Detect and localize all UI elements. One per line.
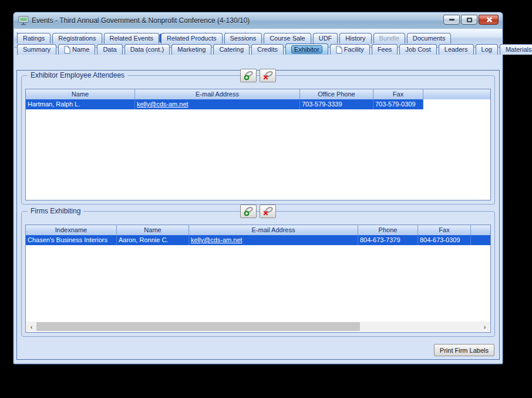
firms-grid-header: Indexname Name E-mail Address Phone Fax — [26, 225, 490, 235]
tab-sessions[interactable]: Sessions — [224, 33, 262, 44]
firms-row-selected[interactable]: Chasen's Business Interiors Aaron, Ronni… — [26, 235, 490, 245]
tab-leaders[interactable]: Leaders — [439, 44, 474, 55]
firms-horizontal-scrollbar[interactable]: ‹ › — [26, 322, 490, 332]
tab-label: Course Sale — [270, 35, 305, 42]
tab-label: Name — [72, 46, 89, 53]
tab-related-events[interactable]: Related Events — [104, 33, 160, 44]
tab-label: Related Events — [110, 35, 154, 42]
attendees-grid: Name E-mail Address Office Phone Fax Har… — [25, 89, 491, 200]
events-window: Events - Third Annual Government & Nonpr… — [13, 12, 503, 364]
minimize-button[interactable] — [443, 15, 460, 25]
tab-summary[interactable]: Summary — [17, 44, 56, 55]
cell-fax: 804-673-0309 — [418, 235, 471, 245]
tab-name[interactable]: Name — [58, 44, 95, 55]
firms-groupbox: Firms Exhibiting — [21, 211, 495, 337]
cell-name: Hartman, Ralph L. — [26, 99, 135, 109]
column-header-name[interactable]: Name — [26, 89, 135, 99]
tab-course-sale[interactable]: Course Sale — [264, 33, 311, 44]
add-link-icon — [243, 206, 254, 216]
tab-job-cost[interactable]: Job Cost — [399, 44, 436, 55]
tab-udf[interactable]: UDF — [313, 33, 338, 44]
remove-link-icon — [262, 71, 274, 81]
tab-documents[interactable]: Documents — [407, 33, 452, 44]
firms-add-link-button[interactable] — [240, 205, 257, 218]
tab-label: Related Products — [167, 35, 216, 42]
tab-log[interactable]: Log — [476, 44, 498, 55]
tab-history[interactable]: History — [339, 33, 371, 44]
column-header-fax[interactable]: Fax — [418, 225, 471, 235]
tab-label: Fees — [378, 46, 392, 53]
tab-marketing[interactable]: Marketing — [171, 44, 211, 55]
cell-fax: 703-579-0309 — [373, 99, 423, 109]
remove-link-icon — [262, 206, 274, 216]
email-link[interactable]: kelly@cds-am.net — [191, 236, 243, 243]
tab-related-products[interactable]: Related Products — [161, 33, 222, 44]
close-icon — [486, 16, 492, 23]
tab-label: Credits — [257, 46, 278, 53]
tab-catering[interactable]: Catering — [213, 44, 250, 55]
tab-facility[interactable]: Facility — [330, 44, 370, 55]
cell-email: kelly@cds-am.net — [135, 99, 300, 109]
column-header-indexname[interactable]: Indexname — [26, 225, 117, 235]
tab-label: Marketing — [177, 46, 206, 53]
attendees-row-selected[interactable]: Hartman, Ralph L. kelly@cds-am.net 703-5… — [26, 99, 423, 109]
scroll-right-arrow[interactable]: › — [480, 322, 490, 332]
attendees-grid-header: Name E-mail Address Office Phone Fax — [26, 89, 490, 99]
tab-registrations[interactable]: Registrations — [52, 33, 102, 44]
cell-office-phone: 703-579-3339 — [300, 99, 373, 109]
print-firm-labels-button[interactable]: Print Firm Labels — [434, 344, 494, 356]
cell-name: Aaron, Ronnie C. — [117, 235, 189, 245]
tab-label: Ratings — [23, 35, 45, 42]
tab-label: Sessions — [230, 35, 257, 42]
email-link[interactable]: kelly@cds-am.net — [137, 101, 188, 108]
tab-label: Log — [482, 46, 492, 53]
tab-row-top: Ratings Registrations Related Events Rel… — [14, 32, 503, 44]
tab-label: Facility — [344, 46, 364, 53]
cell-filler — [471, 235, 490, 245]
scrollbar-thumb[interactable] — [36, 322, 360, 331]
attendees-groupbox-title: Exhibitor Employee Attendees — [28, 71, 127, 79]
maximize-button[interactable] — [461, 15, 477, 25]
tab-label: Materials — [506, 46, 532, 53]
close-button[interactable] — [479, 15, 499, 25]
tab-label: History — [345, 35, 365, 42]
column-header-email[interactable]: E-mail Address — [189, 225, 358, 235]
tab-credits[interactable]: Credits — [251, 44, 284, 55]
firms-groupbox-title: Firms Exhibiting — [28, 207, 83, 215]
attendees-groupbox: Exhibitor Employee Attendees — [21, 75, 495, 205]
tab-data[interactable]: Data — [97, 44, 122, 55]
add-link-icon — [243, 71, 254, 81]
column-header-phone[interactable]: Phone — [358, 225, 418, 235]
tab-label: Summary — [23, 46, 50, 53]
cell-email: kelly@cds-am.net — [189, 235, 358, 245]
tab-data-cont[interactable]: Data (cont.) — [124, 44, 170, 55]
tab-label: UDF — [319, 35, 332, 42]
firms-grid: Indexname Name E-mail Address Phone Fax … — [25, 225, 491, 333]
window-title: Events - Third Annual Government & Nonpr… — [32, 16, 250, 25]
column-header-name[interactable]: Name — [117, 225, 189, 235]
firms-remove-link-button[interactable] — [260, 205, 276, 218]
app-icon — [18, 16, 29, 25]
tab-fees[interactable]: Fees — [372, 44, 398, 55]
tab-label: Data — [103, 46, 116, 53]
tab-exhibitor[interactable]: Exhibitor — [285, 44, 328, 55]
scrollbar-track[interactable] — [36, 322, 480, 332]
tab-label: Registrations — [58, 35, 96, 42]
titlebar[interactable]: Events - Third Annual Government & Nonpr… — [14, 12, 503, 29]
tab-materials[interactable]: Materials — [500, 44, 532, 55]
column-header-office-phone[interactable]: Office Phone — [300, 89, 373, 99]
attendees-add-link-button[interactable] — [240, 69, 257, 82]
scroll-left-arrow[interactable]: ‹ — [26, 322, 36, 332]
tab-label: Exhibitor — [291, 45, 322, 53]
tab-row-bottom: Summary Name Data Data (cont.) Marketing… — [14, 44, 503, 55]
cell-phone: 804-673-7379 — [358, 235, 418, 245]
tab-ratings[interactable]: Ratings — [17, 33, 50, 44]
page-icon — [336, 46, 342, 53]
attendees-remove-link-button[interactable] — [260, 69, 276, 82]
minimize-icon — [449, 19, 454, 21]
tab-label: Data (cont.) — [130, 46, 164, 53]
column-header-fax[interactable]: Fax — [373, 89, 423, 99]
page-icon — [64, 46, 70, 53]
column-header-email[interactable]: E-mail Address — [135, 89, 300, 99]
desktop-background: Events - Third Annual Government & Nonpr… — [0, 0, 532, 398]
